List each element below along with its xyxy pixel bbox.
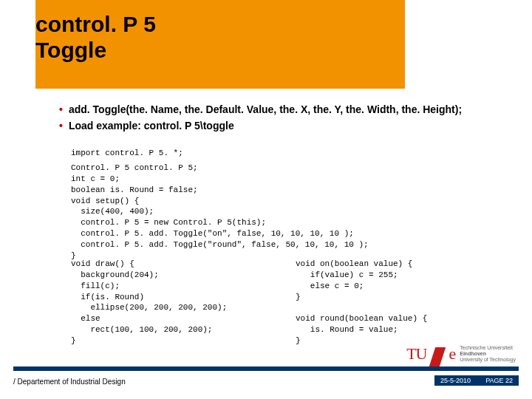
department-label: / Departement of Industrial Design: [13, 378, 126, 386]
footer-date: 25-5-2010: [440, 377, 471, 384]
logo-tu: TU: [406, 344, 426, 364]
logo-text-line: Technische Universiteit: [460, 345, 516, 351]
footer-meta: 25-5-2010 PAGE 22: [434, 375, 519, 386]
logo-text-line: University of Technology: [460, 357, 516, 363]
logo-text-line: Eindhoven: [460, 351, 516, 357]
bullet-text: Load example: control. P 5\toggle: [69, 120, 234, 132]
code-setup: Control. P 5 control. P 5; int c = 0; bo…: [71, 163, 369, 262]
footer-divider: [13, 366, 519, 371]
footer-page: PAGE 22: [485, 377, 513, 384]
slide-title: control. P 5 Toggle: [35, 12, 156, 63]
code-import: import control. P 5. *;: [71, 148, 183, 159]
university-logo: TU e Technische Universiteit Eindhoven U…: [406, 344, 516, 364]
bullet-item: • Load example: control. P 5\toggle: [59, 120, 502, 132]
code-callbacks: void on(boolean value) { if(value) c = 2…: [296, 259, 427, 347]
title-line-2: Toggle: [35, 38, 156, 64]
logo-subtext: Technische Universiteit Eindhoven Univer…: [460, 345, 516, 362]
bullet-text: add. Toggle(the. Name, the. Default. Val…: [69, 103, 462, 115]
title-line-1: control. P 5: [35, 12, 156, 38]
bullet-dot-icon: •: [59, 120, 63, 132]
logo-e: e: [449, 344, 455, 364]
logo-slash-icon: [429, 347, 446, 366]
bullet-item: • add. Toggle(the. Name, the. Default. V…: [59, 103, 502, 115]
bullet-list: • add. Toggle(the. Name, the. Default. V…: [59, 103, 502, 136]
code-draw: void draw() { background(204); fill(c); …: [71, 259, 227, 347]
bullet-dot-icon: •: [59, 103, 63, 115]
